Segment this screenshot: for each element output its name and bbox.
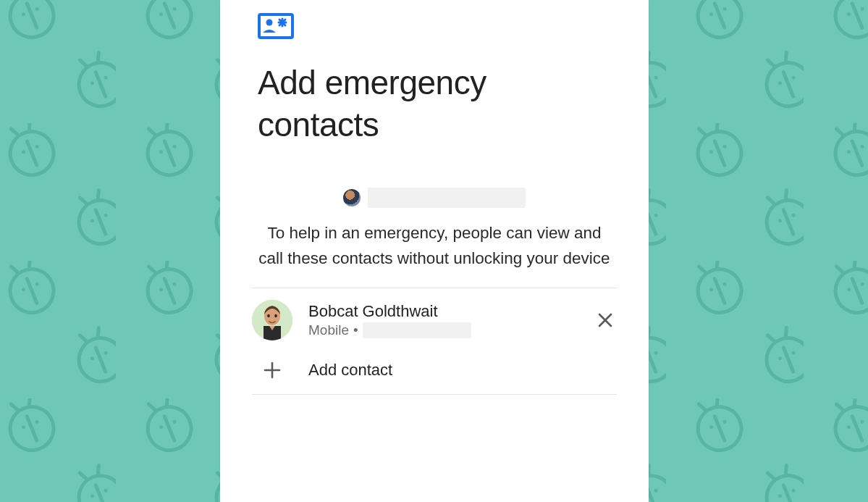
- emergency-card-icon: [258, 13, 649, 42]
- settings-card: Add emergency contacts To help in an eme…: [220, 0, 649, 502]
- svg-point-21: [267, 314, 270, 317]
- owner-row: [220, 188, 649, 208]
- add-contact-button[interactable]: Add contact: [252, 361, 617, 394]
- contact-subtext: Mobile •: [308, 322, 591, 338]
- plus-icon: [252, 361, 292, 380]
- svg-rect-13: [259, 14, 292, 38]
- owner-avatar: [343, 189, 361, 206]
- contact-avatar: [252, 300, 292, 340]
- divider: [252, 394, 617, 395]
- page-title: Add emergency contacts: [258, 62, 614, 146]
- contact-phone-redacted: [363, 322, 471, 338]
- remove-contact-button[interactable]: [591, 306, 620, 335]
- contact-name: Bobcat Goldthwait: [308, 302, 591, 321]
- contact-row[interactable]: Bobcat Goldthwait Mobile •: [252, 300, 617, 340]
- description-text: To help in an emergency, people can view…: [253, 221, 615, 272]
- owner-name-redacted: [368, 188, 526, 208]
- add-contact-label: Add contact: [308, 361, 392, 380]
- svg-point-22: [274, 314, 277, 317]
- contact-phone-type: Mobile: [308, 322, 349, 338]
- svg-point-14: [266, 20, 273, 26]
- divider: [252, 288, 617, 288]
- close-icon: [597, 312, 613, 328]
- contact-separator: •: [353, 322, 358, 338]
